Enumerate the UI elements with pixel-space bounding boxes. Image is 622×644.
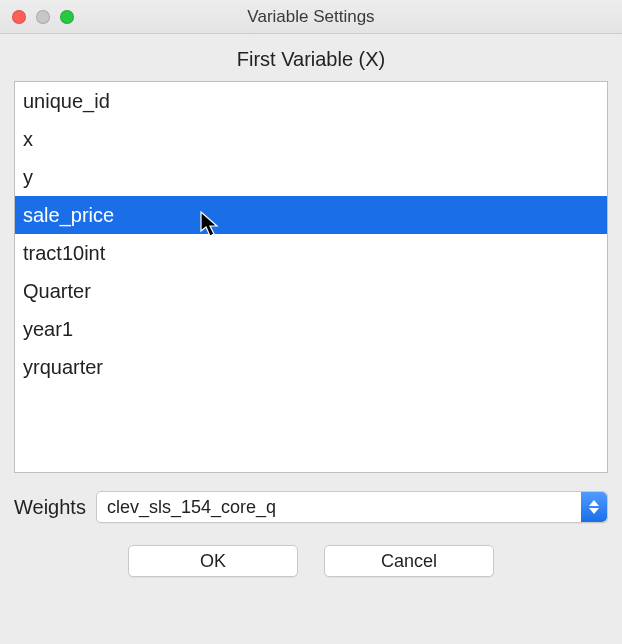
cancel-button[interactable]: Cancel: [324, 545, 494, 577]
list-item[interactable]: tract10int: [15, 234, 607, 272]
dialog-content: First Variable (X) unique_id x y sale_pr…: [0, 34, 622, 644]
list-item-label: sale_price: [23, 204, 114, 226]
weights-row: Weights clev_sls_154_core_q: [14, 491, 608, 523]
list-item-label: x: [23, 128, 33, 150]
list-item[interactable]: Quarter: [15, 272, 607, 310]
list-item-label: Quarter: [23, 280, 91, 302]
list-item-label: tract10int: [23, 242, 105, 264]
ok-button-label: OK: [200, 551, 226, 572]
titlebar: Variable Settings: [0, 0, 622, 34]
close-window-button[interactable]: [12, 10, 26, 24]
dropdown-arrows-icon: [581, 492, 607, 522]
list-item[interactable]: sale_price: [15, 196, 607, 234]
list-item[interactable]: y: [15, 158, 607, 196]
list-item-label: y: [23, 166, 33, 188]
cancel-button-label: Cancel: [381, 551, 437, 572]
list-item-label: unique_id: [23, 90, 110, 112]
section-title: First Variable (X): [14, 48, 608, 71]
ok-button[interactable]: OK: [128, 545, 298, 577]
weights-dropdown[interactable]: clev_sls_154_core_q: [96, 491, 608, 523]
minimize-window-button[interactable]: [36, 10, 50, 24]
list-item[interactable]: year1: [15, 310, 607, 348]
maximize-window-button[interactable]: [60, 10, 74, 24]
button-row: OK Cancel: [14, 545, 608, 577]
list-item[interactable]: x: [15, 120, 607, 158]
weights-selected-value: clev_sls_154_core_q: [107, 497, 276, 518]
variable-settings-window: Variable Settings First Variable (X) uni…: [0, 0, 622, 644]
list-item[interactable]: unique_id: [15, 82, 607, 120]
weights-label: Weights: [14, 496, 86, 519]
variable-listbox[interactable]: unique_id x y sale_price tract10int Quar…: [14, 81, 608, 473]
list-item[interactable]: yrquarter: [15, 348, 607, 386]
list-item-label: year1: [23, 318, 73, 340]
traffic-lights: [0, 10, 74, 24]
list-item-label: yrquarter: [23, 356, 103, 378]
window-title: Variable Settings: [0, 7, 622, 27]
